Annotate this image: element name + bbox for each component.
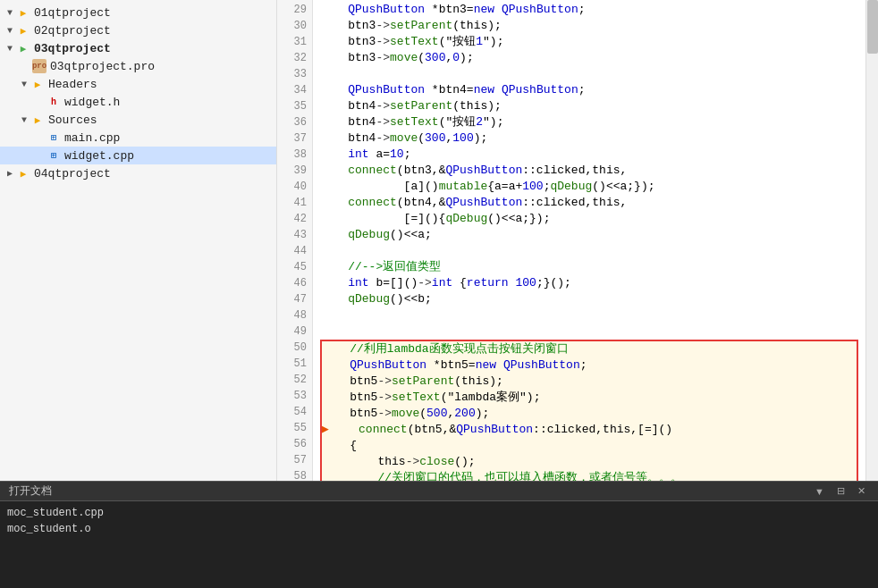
sidebar-item-main-cpp[interactable]: ⊞ main.cpp (0, 129, 276, 147)
code-line: int a=10; (320, 147, 858, 163)
code-line: qDebug()<<a; (320, 227, 858, 243)
bottom-panel-file-item[interactable]: moc_student.o (7, 521, 871, 537)
execution-arrow-icon: ▶ (322, 422, 329, 438)
folder-icon: ▶ (30, 113, 45, 127)
line-numbers: 2930313233343536373839404142434445464748… (277, 0, 313, 481)
sidebar-item-label: Sources (48, 113, 97, 127)
bottom-panel: 打开文档 ▼ ⊟ ✕ moc_student.cppmoc_student.o (0, 481, 878, 588)
sidebar-item-headers[interactable]: ▼ ▶ Headers (0, 75, 276, 93)
chevron-icon: ▼ (4, 6, 16, 19)
folder-icon: ▶ (16, 5, 30, 20)
code-line: btn3->move(300,0); (320, 50, 858, 66)
code-line: //-->返回值类型 (320, 259, 858, 275)
bottom-panel-controls: ▼ ⊟ ✕ (811, 484, 869, 498)
code-line (320, 323, 858, 340)
project-tree: ▼ ▶ 01qtproject ▼ ▶ 02qtproject ▼ ▶ 03qt… (0, 0, 276, 481)
code-line (320, 307, 858, 323)
folder-icon: ▶ (16, 41, 30, 55)
sidebar-item-label: Headers (48, 78, 97, 91)
panel-float-button[interactable]: ⊟ (833, 484, 848, 498)
code-line: btn4->setText("按钮2"); (320, 114, 858, 130)
sidebar: ▼ ▶ 01qtproject ▼ ▶ 02qtproject ▼ ▶ 03qt… (0, 0, 277, 481)
sidebar-item-label: 04qtproject (34, 167, 111, 181)
sidebar-item-label: widget.cpp (64, 149, 134, 163)
sidebar-item-label: 03qtproject (34, 42, 111, 55)
sidebar-item-label: 01qtproject (34, 6, 111, 20)
sidebar-item-02qtproject[interactable]: ▼ ▶ 02qtproject (0, 21, 276, 39)
cpp-icon: ⊞ (46, 148, 61, 163)
chevron-icon: ▼ (4, 42, 16, 55)
sidebar-item-widget-h[interactable]: h widget.h (0, 93, 276, 111)
code-line: btn5->setText("lambda案例"); (322, 390, 857, 406)
sidebar-item-03qtproject-pro[interactable]: pro 03qtproject.pro (0, 57, 276, 75)
sidebar-item-label: main.cpp (64, 131, 120, 145)
sidebar-item-label: 02qtproject (34, 24, 111, 38)
h-icon: h (46, 95, 61, 109)
code-line (320, 66, 858, 82)
chevron-icon: ▼ (18, 113, 30, 126)
pro-icon: pro (32, 59, 46, 73)
highlight-region: //利用lambda函数实现点击按钮关闭窗口 QPushButton *btn5… (320, 340, 858, 481)
code-line: connect(btn4,&QPushButton::clicked,this, (320, 195, 858, 211)
code-line: btn5->move(500,200); (322, 406, 857, 422)
code-line: int b=[]()->int {return 100;}(); (320, 275, 858, 291)
code-line (320, 243, 858, 259)
bottom-panel-title: 打开文档 (9, 483, 52, 499)
code-line: ▶ connect(btn5,&QPushButton::clicked,thi… (322, 422, 857, 438)
code-line: //关闭窗口的代码，也可以填入槽函数，或者信号等。。。 (322, 470, 857, 481)
code-line: QPushButton *btn4=new QPushButton; (320, 82, 858, 98)
code-line: //利用lambda函数实现点击按钮关闭窗口 (322, 341, 857, 357)
scroll-thumb[interactable] (867, 0, 878, 54)
sidebar-item-sources[interactable]: ▼ ▶ Sources (0, 111, 276, 129)
code-line: connect(btn3,&QPushButton::clicked,this, (320, 163, 858, 179)
sidebar-item-01qtproject[interactable]: ▼ ▶ 01qtproject (0, 4, 276, 21)
scrollbar[interactable] (865, 0, 878, 481)
editor-area: 2930313233343536373839404142434445464748… (277, 0, 878, 481)
sidebar-item-label: 03qtproject.pro (50, 60, 155, 73)
code-line: btn4->move(300,100); (320, 130, 858, 147)
code-line: { (322, 438, 857, 454)
cpp-icon: ⊞ (46, 130, 61, 145)
bottom-panel-file-item[interactable]: moc_student.cpp (7, 505, 871, 521)
code-line: btn5->setParent(this); (322, 374, 857, 390)
code-content[interactable]: QPushButton *btn3=new QPushButton; btn3-… (313, 0, 865, 481)
code-line: this->close(); (322, 454, 857, 470)
chevron-icon: ▼ (18, 78, 30, 90)
code-line: QPushButton *btn5=new QPushButton; (322, 357, 857, 374)
code-line: QPushButton *btn3=new QPushButton; (320, 2, 858, 18)
code-view: 2930313233343536373839404142434445464748… (277, 0, 878, 481)
sidebar-item-04qtproject[interactable]: ▶ ▶ 04qtproject (0, 164, 276, 182)
panel-close-button[interactable]: ✕ (854, 484, 869, 498)
code-line: btn3->setText("按钮1"); (320, 34, 858, 50)
sidebar-item-label: widget.h (64, 96, 120, 109)
folder-icon: ▶ (30, 77, 45, 91)
panel-pin-button[interactable]: ▼ (811, 485, 828, 498)
code-line: [=](){qDebug()<<a;}); (320, 211, 858, 227)
code-line: btn4->setParent(this); (320, 98, 858, 114)
bottom-panel-header: 打开文档 ▼ ⊟ ✕ (0, 482, 878, 501)
code-line: btn3->setParent(this); (320, 18, 858, 34)
folder-icon: ▶ (16, 23, 30, 38)
sidebar-item-03qtproject[interactable]: ▼ ▶ 03qtproject (0, 39, 276, 57)
sidebar-item-widget-cpp[interactable]: ⊞ widget.cpp (0, 147, 276, 164)
chevron-icon: ▼ (4, 24, 16, 37)
bottom-panel-content: moc_student.cppmoc_student.o (0, 501, 878, 588)
code-line: [a]()mutable{a=a+100;qDebug()<<a;}); (320, 179, 858, 195)
chevron-icon: ▶ (4, 167, 16, 180)
code-line: qDebug()<<b; (320, 291, 858, 307)
folder-icon: ▶ (16, 166, 30, 181)
